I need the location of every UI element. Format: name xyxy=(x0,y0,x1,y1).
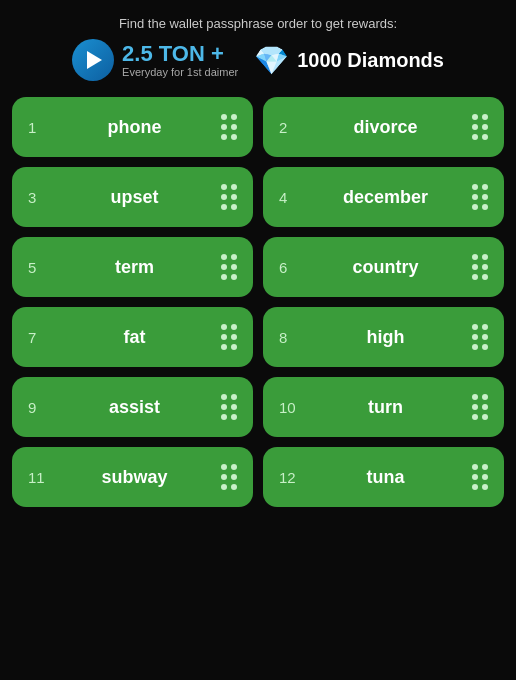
drag-dots-icon xyxy=(221,184,237,210)
word-number: 5 xyxy=(28,259,48,276)
drag-dots-icon xyxy=(221,254,237,280)
word-card[interactable]: 9assist xyxy=(12,377,253,437)
word-label: upset xyxy=(48,187,221,208)
word-number: 4 xyxy=(279,189,299,206)
word-label: phone xyxy=(48,117,221,138)
word-number: 1 xyxy=(28,119,48,136)
word-card[interactable]: 7fat xyxy=(12,307,253,367)
words-grid: 1phone2divorce3upset4december5term6count… xyxy=(12,97,504,507)
ton-subtitle: Everyday for 1st daimer xyxy=(122,66,238,78)
word-number: 11 xyxy=(28,469,48,486)
word-number: 8 xyxy=(279,329,299,346)
drag-dots-icon xyxy=(221,114,237,140)
instruction-text: Find the wallet passphrase order to get … xyxy=(119,16,397,31)
word-number: 7 xyxy=(28,329,48,346)
word-number: 10 xyxy=(279,399,299,416)
word-label: subway xyxy=(48,467,221,488)
drag-dots-icon xyxy=(472,114,488,140)
word-card[interactable]: 6country xyxy=(263,237,504,297)
word-card[interactable]: 11subway xyxy=(12,447,253,507)
word-card[interactable]: 12tuna xyxy=(263,447,504,507)
ton-amount: 2.5 TON + xyxy=(122,42,238,66)
word-card[interactable]: 8high xyxy=(263,307,504,367)
word-card[interactable]: 3upset xyxy=(12,167,253,227)
diamond-amount: 1000 Diamonds xyxy=(297,49,444,72)
drag-dots-icon xyxy=(221,394,237,420)
word-label: tuna xyxy=(299,467,472,488)
word-number: 6 xyxy=(279,259,299,276)
word-label: high xyxy=(299,327,472,348)
word-number: 9 xyxy=(28,399,48,416)
word-label: assist xyxy=(48,397,221,418)
word-label: term xyxy=(48,257,221,278)
drag-dots-icon xyxy=(472,464,488,490)
word-card[interactable]: 5term xyxy=(12,237,253,297)
play-icon xyxy=(72,39,114,81)
drag-dots-icon xyxy=(472,324,488,350)
ton-section: 2.5 TON + Everyday for 1st daimer xyxy=(72,39,238,81)
word-card[interactable]: 10turn xyxy=(263,377,504,437)
word-card[interactable]: 2divorce xyxy=(263,97,504,157)
drag-dots-icon xyxy=(472,184,488,210)
word-number: 12 xyxy=(279,469,299,486)
drag-dots-icon xyxy=(472,254,488,280)
word-number: 3 xyxy=(28,189,48,206)
word-label: divorce xyxy=(299,117,472,138)
word-card[interactable]: 4december xyxy=(263,167,504,227)
word-label: fat xyxy=(48,327,221,348)
word-card[interactable]: 1phone xyxy=(12,97,253,157)
word-number: 2 xyxy=(279,119,299,136)
ton-info: 2.5 TON + Everyday for 1st daimer xyxy=(122,42,238,78)
word-label: december xyxy=(299,187,472,208)
word-label: country xyxy=(299,257,472,278)
rewards-row: 2.5 TON + Everyday for 1st daimer 💎 1000… xyxy=(12,39,504,81)
diamond-icon: 💎 xyxy=(254,44,289,77)
word-label: turn xyxy=(299,397,472,418)
drag-dots-icon xyxy=(472,394,488,420)
drag-dots-icon xyxy=(221,324,237,350)
drag-dots-icon xyxy=(221,464,237,490)
diamond-section: 💎 1000 Diamonds xyxy=(254,44,444,77)
